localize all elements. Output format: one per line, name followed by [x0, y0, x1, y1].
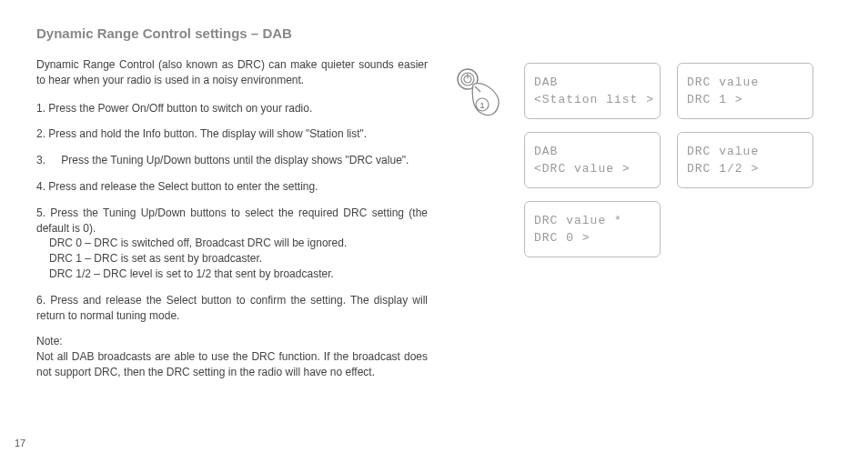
power-button-hand-icon: 1: [453, 65, 517, 128]
step-4: 4. Press and release the Select button t…: [36, 179, 428, 195]
step-number: 3.: [36, 154, 45, 166]
lcd-screen-4: DRC value DRC 1/2 >: [677, 132, 813, 188]
step-3: 3. Press the Tuning Up/Down buttons unti…: [36, 153, 428, 168]
step-text: Press the Tuning Up/Down buttons until t…: [48, 154, 409, 166]
step-number: 4.: [36, 180, 45, 193]
lcd-screen-1: DAB <Station list >: [524, 63, 661, 119]
step-2: 2. Press and hold the Info button. The d…: [36, 126, 428, 142]
step-5-sub-0: DRC 0 – DRC is switched off, Broadcast D…: [36, 236, 428, 251]
lcd-line: DRC value *: [534, 214, 622, 227]
lcd-screen-2: DRC value DRC 1 >: [677, 63, 813, 119]
step-5: 5. Press the Tuning Up/Down buttons to s…: [36, 206, 428, 282]
lcd-line: <DRC value >: [534, 162, 631, 176]
step-number: 5.: [36, 206, 45, 219]
step-text: Press and release the Select button to c…: [36, 294, 428, 322]
lcd-line: DRC 0 >: [534, 231, 590, 245]
step-number: 2.: [36, 127, 45, 140]
step-text: Press the Tuning Up/Down buttons to sele…: [36, 206, 428, 235]
lcd-line: DAB: [534, 145, 558, 158]
lcd-screen-5: DRC value * DRC 0 >: [524, 201, 661, 257]
lcd-line: DRC 1 >: [687, 93, 743, 106]
page-title: Dynamic Range Control settings – DAB: [36, 25, 832, 41]
step-number: 6.: [36, 294, 45, 307]
hand-badge-number: 1: [479, 101, 484, 110]
intro-text: Dynamic Range Control (also known as DRC…: [36, 57, 428, 88]
lcd-line: DRC value: [687, 75, 759, 89]
note-text: Not all DAB broadcasts are able to use t…: [36, 349, 428, 380]
step-text: Press and hold the Info button. The disp…: [48, 127, 367, 140]
illustration-column: 1 DAB <Station list > DRC value DRC 1 > …: [453, 57, 832, 380]
lcd-screen-3: DAB <DRC value >: [524, 132, 661, 188]
step-text: Press the Power On/Off button to switch …: [48, 102, 312, 115]
lcd-line: DRC 1/2 >: [687, 162, 759, 176]
page-number: 17: [15, 438, 25, 448]
lcd-line: DRC value: [687, 145, 759, 158]
step-5-sub-1: DRC 1 – DRC is set as sent by broadcaste…: [36, 251, 428, 267]
instructions-column: Dynamic Range Control (also known as DRC…: [36, 57, 428, 380]
step-number: 1.: [36, 102, 45, 115]
step-1: 1. Press the Power On/Off button to swit…: [36, 101, 428, 116]
lcd-line: DAB: [534, 75, 558, 89]
step-6: 6. Press and release the Select button t…: [36, 293, 428, 324]
step-5-sub-2: DRC 1/2 – DRC level is set to 1/2 that s…: [36, 267, 428, 282]
step-text: Press and release the Select button to e…: [48, 180, 318, 193]
lcd-line: <Station list >: [534, 93, 654, 106]
note-title: Note:: [36, 334, 428, 349]
